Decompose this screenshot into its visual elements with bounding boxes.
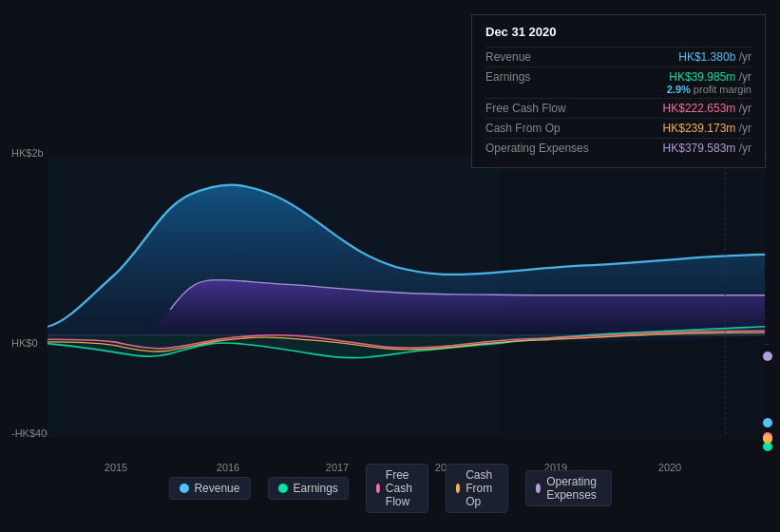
tooltip-label-earnings: Earnings [485, 70, 599, 84]
tooltip-row-fcf: Free Cash Flow HK$222.653m /yr [485, 98, 751, 118]
legend-label-opex: Operating Expenses [546, 475, 600, 502]
legend-dot-cashop [456, 484, 460, 493]
tooltip-row-earnings: Earnings HK$39.985m /yr 2.9% profit marg… [485, 66, 751, 98]
legend-dot-opex [536, 484, 541, 493]
legend-label-fcf: Free Cash Flow [386, 468, 418, 508]
legend-item-opex[interactable]: Operating Expenses [525, 470, 612, 506]
tooltip-label-cashop: Cash From Op [485, 122, 599, 135]
chart-legend: Revenue Earnings Free Cash Flow Cash Fro… [168, 464, 611, 513]
opex-dot [763, 352, 772, 361]
tooltip-row-opex: Operating Expenses HK$379.583m /yr [485, 138, 751, 158]
legend-item-fcf[interactable]: Free Cash Flow [366, 464, 428, 513]
legend-item-earnings[interactable]: Earnings [267, 477, 348, 500]
chart-svg [48, 157, 765, 437]
cashop-dot [763, 434, 772, 444]
profit-margin: 2.9% profit margin [667, 84, 751, 95]
x-label-2020: 2020 [658, 462, 681, 473]
x-label-2015: 2015 [105, 462, 127, 473]
tooltip-value-fcf: HK$222.653m /yr [663, 102, 751, 115]
tooltip-value-earnings: HK$39.985m /yr 2.9% profit margin [667, 70, 751, 95]
legend-label-cashop: Cash From Op [466, 468, 498, 508]
legend-dot-revenue [179, 484, 188, 493]
legend-label-earnings: Earnings [293, 482, 337, 495]
tooltip-label-fcf: Free Cash Flow [485, 102, 599, 115]
tooltip-row-cashop: Cash From Op HK$239.173m /yr [485, 118, 751, 138]
tooltip-value-cashop: HK$239.173m /yr [663, 122, 751, 135]
tooltip-box: Dec 31 2020 Revenue HK$1.380b /yr Earnin… [471, 14, 766, 168]
tooltip-value-opex: HK$379.583m /yr [663, 142, 751, 155]
tooltip-label-revenue: Revenue [485, 50, 599, 64]
revenue-dot [763, 418, 772, 428]
chart-container: Dec 31 2020 Revenue HK$1.380b /yr Earnin… [0, 0, 780, 532]
tooltip-title: Dec 31 2020 [485, 25, 751, 39]
legend-label-revenue: Revenue [194, 482, 239, 495]
legend-dot-fcf [376, 484, 380, 493]
tooltip-row-revenue: Revenue HK$1.380b /yr [485, 47, 751, 66]
tooltip-label-opex: Operating Expenses [485, 142, 599, 155]
y-label-mid: HK$0 [11, 337, 38, 349]
legend-item-revenue[interactable]: Revenue [168, 477, 250, 500]
y-label-top: HK$2b [11, 147, 44, 159]
legend-item-cashop[interactable]: Cash From Op [446, 464, 508, 513]
legend-dot-earnings [277, 484, 287, 493]
tooltip-value-revenue: HK$1.380b /yr [678, 50, 751, 64]
